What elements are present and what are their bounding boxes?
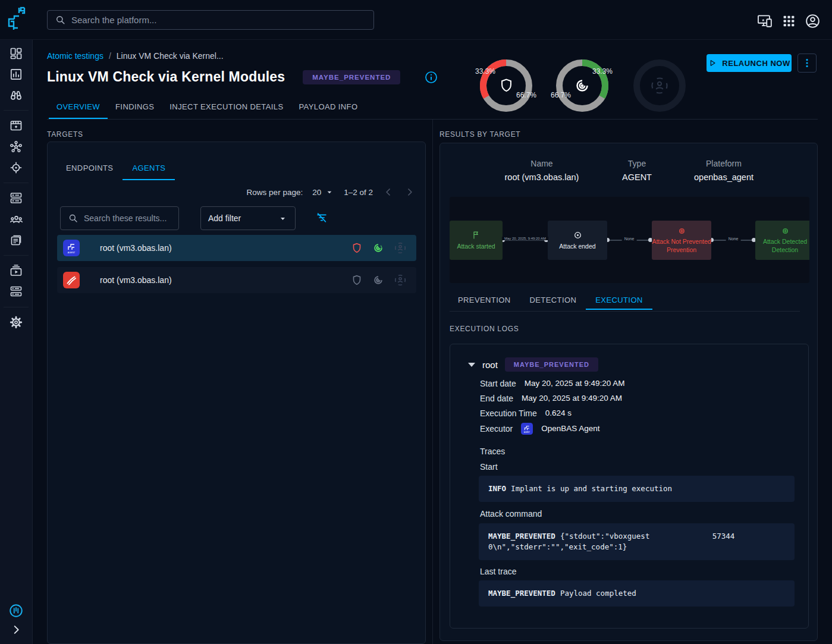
timeline-step-attack-started: Attack started xyxy=(450,221,503,260)
kernel-module-icon xyxy=(781,227,790,235)
kernel-module-icon xyxy=(677,227,686,235)
play-icon xyxy=(708,58,717,68)
caldera-agent-logo xyxy=(63,272,80,288)
important-devices-icon[interactable] xyxy=(756,12,773,29)
tab-prevention[interactable]: PREVENTION xyxy=(448,291,520,310)
platform-search xyxy=(47,10,374,30)
filigran-logo[interactable] xyxy=(5,600,27,621)
hub-icon[interactable] xyxy=(5,136,27,158)
targets-panel-title: TARGETS xyxy=(47,130,83,139)
more-options-button[interactable] xyxy=(798,54,817,73)
result-col-type: Type AGENT xyxy=(601,159,673,182)
targets-card: ENDPOINTS AGENTS Rows per page: 20 1–2 o… xyxy=(47,142,426,644)
server-icon[interactable] xyxy=(5,187,27,209)
rows-per-page-label: Rows per page: xyxy=(247,188,303,197)
platform-search-input[interactable] xyxy=(71,15,366,25)
tab-detection[interactable]: DETECTION xyxy=(520,291,586,310)
openbas-agent-logo: AGENT xyxy=(521,423,533,435)
info-icon[interactable] xyxy=(424,70,438,84)
field-value: May 20, 2025 at 9:49:20 AM xyxy=(522,393,622,404)
timeline-step-detected: Attack Detected Detection xyxy=(755,221,809,260)
timeline-step-not-prevented: Attack Not Prevented Prevention xyxy=(652,221,711,260)
target-name: root (vm3.obas.lan) xyxy=(100,243,172,253)
result-col-platform: Plateform openbas_agent xyxy=(670,159,777,182)
collapse-caret-icon[interactable] xyxy=(468,363,475,367)
account-circle-icon[interactable] xyxy=(804,12,821,29)
chevron-right-icon[interactable] xyxy=(404,186,416,198)
timeline-connector-label: May 20, 2025, 9:49:20 AM xyxy=(502,237,548,240)
log-agent-name: root xyxy=(482,360,498,370)
results-card: Name root (vm3.obas.lan) Type AGENT Plat… xyxy=(439,143,818,641)
attack-command-title: Attack command xyxy=(480,509,542,519)
svg-text:AGENT: AGENT xyxy=(68,252,76,254)
tab-inject-execution-details[interactable]: INJECT EXECUTION DETAILS xyxy=(162,95,291,119)
chevron-right-icon[interactable] xyxy=(5,619,27,640)
result-col-name: Name root (vm3.obas.lan) xyxy=(476,159,607,182)
movie-plus-icon[interactable] xyxy=(5,115,27,136)
sidebar xyxy=(0,40,33,644)
person-frame-icon xyxy=(394,241,407,255)
server-stack-icon[interactable] xyxy=(5,281,27,302)
field-value: OpenBAS Agent xyxy=(541,423,599,434)
binoculars-icon[interactable] xyxy=(5,84,27,106)
pagination: Rows per page: 20 1–2 of 2 xyxy=(247,186,416,198)
shield-icon xyxy=(351,242,363,254)
field-value: 0.624 s xyxy=(545,408,572,419)
target-name: root (vm3.obas.lan) xyxy=(100,275,172,285)
bar-chart-icon[interactable] xyxy=(5,64,27,85)
last-trace-log: MAYBE_PREVENTEDPayload completed xyxy=(479,580,795,607)
tab-execution[interactable]: EXECUTION xyxy=(586,291,652,310)
execution-log-card: root MAYBE_PREVENTED Start date May 20, … xyxy=(450,344,809,629)
field-label: Start date xyxy=(480,378,516,389)
execution-logs-title: EXECUTION LOGS xyxy=(450,325,519,333)
newspaper-icon[interactable] xyxy=(5,230,27,251)
tab-agents[interactable]: AGENTS xyxy=(123,156,175,180)
apps-grid-icon[interactable] xyxy=(780,12,797,29)
add-filter-select[interactable]: Add filter xyxy=(200,206,296,230)
dashboard-icon[interactable] xyxy=(5,43,27,64)
start-trace-log: INFOImplant is up and starting execution xyxy=(479,476,795,502)
tab-payload-info[interactable]: PAYLOAD INFO xyxy=(291,95,366,119)
person-frame-icon xyxy=(394,274,407,287)
gear-icon[interactable] xyxy=(5,312,27,333)
person-frame-icon xyxy=(650,76,669,95)
breadcrumb: Atomic testings / Linux VM Check via Ker… xyxy=(47,51,224,61)
circle-dot-icon xyxy=(573,230,583,240)
target-row-agent-openbas[interactable]: AGENT root (vm3.obas.lan) xyxy=(57,235,416,261)
openbas-agent-logo: AGENT xyxy=(63,240,80,256)
people-icon[interactable] xyxy=(5,209,27,230)
chevron-left-icon[interactable] xyxy=(382,186,394,198)
tab-findings[interactable]: FINDINGS xyxy=(108,95,162,119)
human-response-donut xyxy=(633,59,686,112)
search-icon xyxy=(68,213,79,224)
detection-pct-main: 33.3% xyxy=(592,67,613,76)
tab-endpoints[interactable]: ENDPOINTS xyxy=(56,156,123,180)
results-search xyxy=(60,206,179,230)
breadcrumb-link[interactable]: Atomic testings xyxy=(47,51,103,61)
filter-off-icon[interactable] xyxy=(315,211,328,224)
relaunch-now-button[interactable]: RELAUNCH NOW xyxy=(707,54,792,72)
detection-radar-icon xyxy=(372,241,385,255)
rows-per-page-select[interactable]: 20 xyxy=(312,187,334,197)
tab-overview[interactable]: OVERVIEW xyxy=(49,95,108,119)
traces-title: Traces xyxy=(480,447,505,456)
field-label: End date xyxy=(480,393,513,404)
timeline-connector-label: None xyxy=(622,237,637,241)
last-trace-title: Last trace xyxy=(480,567,516,576)
log-fields: Start date May 20, 2025 at 9:49:20 AM En… xyxy=(480,378,625,435)
page-title: Linux VM Check via Kernel Modules xyxy=(47,69,285,85)
detection-radar-icon xyxy=(573,77,591,95)
openbas-logo[interactable] xyxy=(6,6,29,33)
attack-timeline: Attack started Attack ended Attack No xyxy=(450,197,809,283)
results-search-input[interactable] xyxy=(84,213,171,223)
prevention-pct-rest: 66.7% xyxy=(516,91,536,99)
breadcrumb-separator: / xyxy=(109,51,111,61)
status-badge: MAYBE_PREVENTED xyxy=(303,70,400,84)
crosshair-icon[interactable] xyxy=(5,157,27,178)
target-row-agent-caldera[interactable]: root (vm3.obas.lan) xyxy=(57,267,416,293)
topbar xyxy=(0,0,832,40)
app-root: Atomic testings / Linux VM Check via Ker… xyxy=(0,0,832,644)
shield-icon xyxy=(498,77,514,93)
play-box-icon[interactable] xyxy=(5,260,27,281)
timeline-connector-label: None xyxy=(726,237,741,241)
